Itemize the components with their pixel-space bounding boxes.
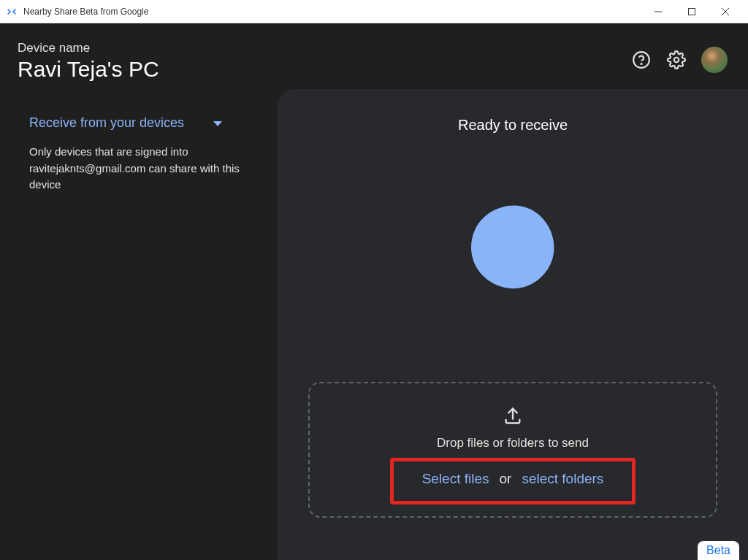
select-files-link[interactable]: Select files: [422, 471, 489, 487]
window-title: Nearby Share Beta from Google: [23, 7, 641, 17]
help-icon[interactable]: [631, 50, 652, 70]
avatar[interactable]: [701, 47, 728, 73]
header-actions: [631, 47, 728, 73]
blob-icon: [461, 195, 565, 299]
close-button[interactable]: [709, 0, 742, 23]
ready-to-receive-title: Ready to receive: [458, 117, 568, 134]
device-info: Device name Ravi Teja's PC: [18, 41, 159, 82]
app-header: Device name Ravi Teja's PC: [0, 23, 748, 89]
receive-dropdown-label: Receive from your devices: [29, 115, 184, 131]
svg-point-6: [674, 58, 679, 63]
maximize-button[interactable]: [675, 0, 709, 23]
svg-rect-1: [689, 8, 695, 15]
svg-point-5: [641, 64, 641, 64]
select-row: Select files or select folders: [422, 471, 604, 487]
titlebar: Nearby Share Beta from Google: [0, 0, 748, 23]
device-name-label: Device name: [18, 41, 159, 55]
main-panel: Ready to receive Drop files or fo: [278, 89, 748, 560]
upload-icon: [503, 405, 523, 429]
device-name-value: Ravi Teja's PC: [18, 57, 159, 82]
receive-visibility-dropdown[interactable]: Receive from your devices: [29, 115, 256, 131]
sidebar: Receive from your devices Only devices t…: [0, 89, 278, 560]
drop-zone-text: Drop files or folders to send: [437, 436, 589, 450]
minimize-button[interactable]: [641, 0, 675, 23]
beta-badge: Beta: [698, 541, 739, 560]
select-folders-link[interactable]: select folders: [522, 471, 603, 487]
receive-indicator: [458, 192, 568, 302]
window-controls: [641, 0, 742, 23]
or-text: or: [500, 471, 512, 487]
nearby-share-app-icon: [6, 6, 18, 18]
chevron-down-icon: [213, 115, 222, 131]
receive-description: Only devices that are signed into ravite…: [29, 144, 256, 193]
drop-zone[interactable]: Drop files or folders to send Select fil…: [308, 382, 717, 518]
gear-icon[interactable]: [666, 50, 687, 70]
